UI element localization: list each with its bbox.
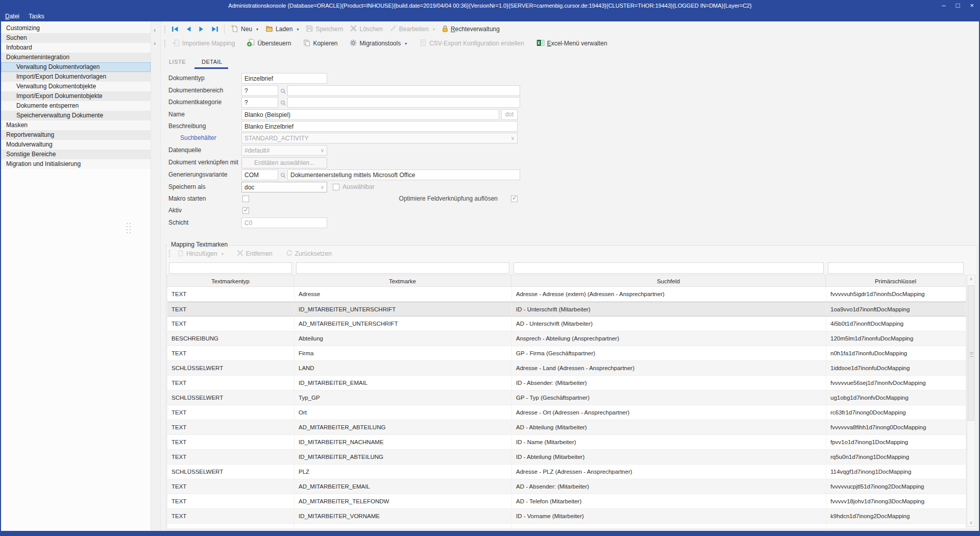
table-row[interactable]: TEXTFirstNameAnsprech - Vorname /Zusatz … xyxy=(167,524,966,528)
sidebar-item-migration-und-initialisierung[interactable]: Migration und Initialisierung xyxy=(1,159,151,169)
table-row[interactable]: TEXTAD_MITARBEITER_ABTEILUNGAD - Abteilu… xyxy=(167,420,966,435)
sidebar-item-suchen[interactable]: Suchen xyxy=(1,33,151,43)
sidebar-item-dokumentenintegration[interactable]: Dokumentenintegration xyxy=(1,53,151,62)
table-row[interactable]: TEXTID_MITARBEITER_NACHNAMEID - Name (Mi… xyxy=(167,435,966,450)
toolbar-grip-icon[interactable] xyxy=(164,25,166,33)
speichern-als-select[interactable]: doc ∨ xyxy=(241,182,327,192)
dropdown-caret-icon[interactable]: ▾ xyxy=(405,41,407,46)
aktiv-checkbox[interactable] xyxy=(242,207,249,214)
sidebar-item-speicherverwaltung-dokumente[interactable]: Speicherverwaltung Dokumente xyxy=(1,111,151,120)
column-filter-input-primärschlüssel[interactable] xyxy=(828,262,964,274)
minimize-button[interactable]: – xyxy=(942,0,945,11)
excel-menü-verwalten-button[interactable]: Excel-Menü verwalten xyxy=(533,38,611,50)
table-row[interactable]: SCHLÜSSELWERTLANDAdresse - Land (Adresse… xyxy=(167,361,966,376)
sidebar-item-reportverwaltung[interactable]: Reportverwaltung xyxy=(1,130,151,140)
splitter-grip-icon[interactable] xyxy=(127,223,133,238)
dropdown-caret-icon[interactable]: ▾ xyxy=(297,27,299,32)
table-row[interactable]: SCHLÜSSELWERTPLZAdresse - PLZ (Adressen … xyxy=(167,465,966,479)
column-filter-input-textmarke[interactable] xyxy=(296,262,509,274)
sidebar-item-customizing[interactable]: Customizing xyxy=(1,23,151,33)
sidebar-item-infoboard[interactable]: Infoboard xyxy=(1,43,151,53)
nav-first-button[interactable] xyxy=(168,25,182,33)
name-input[interactable] xyxy=(241,109,499,120)
generierungsvariante-code-input[interactable] xyxy=(241,169,278,180)
column-header-suchfeld[interactable]: Suchfeld xyxy=(511,275,826,287)
table-row[interactable]: TEXTFirmaGP - Firma (Geschäftspartner)n0… xyxy=(167,346,966,361)
dokumentenbereich-text-input[interactable] xyxy=(287,85,520,96)
lookup-magnifier-icon[interactable] xyxy=(280,87,286,93)
expand-chevron-icon[interactable]: › xyxy=(154,40,156,46)
table-row[interactable]: TEXTID_MITARBEITER_VORNAMEID - Vorname (… xyxy=(167,509,966,524)
sidebar-item-verwaltung-dokumentvorlagen[interactable]: Verwaltung Dokumentvorlagen xyxy=(1,62,151,72)
datenquelle-select[interactable]: #default# ∨ xyxy=(241,145,327,156)
column-header-textmarkentyp[interactable]: Textmarkentyp xyxy=(167,275,294,287)
übersteuern-button[interactable]: Übersteuern xyxy=(243,37,295,50)
sidebar-item-import-export-dokumentobjekte[interactable]: Import/Export Dokumentobjekte xyxy=(1,91,151,101)
table-row[interactable]: TEXTID_MITARBEITER_UNTERSCHRIFTID - Unte… xyxy=(167,302,966,316)
sidebar-item-import-export-dokumentvorlagen[interactable]: Import/Export Dokumentvorlagen xyxy=(1,72,151,82)
sidebar-item-verwaltung-dokumentobjekte[interactable]: Verwaltung Dokumentobjekte xyxy=(1,82,151,91)
table-row[interactable]: TEXTID_MITARBEITER_ABTEILUNGID - Abteilu… xyxy=(167,450,966,465)
hinzufügen-button: Hinzufügen▾ xyxy=(173,248,227,260)
sidebar-item-modulverwaltung[interactable]: Modulverwaltung xyxy=(1,140,151,150)
sidebar-splitter[interactable]: ‹ › xyxy=(151,21,161,531)
sidebar-item-sonstige-bereiche[interactable]: Sonstige Bereiche xyxy=(1,150,151,159)
auswaehlbar-checkbox[interactable] xyxy=(333,184,339,190)
table-row[interactable]: TEXTID_MITARBEITER_EMAILID - Absender: (… xyxy=(167,376,966,391)
sidebar-item-dokumente-entsperren[interactable]: Dokumente entsperren xyxy=(1,101,151,111)
table-row[interactable]: TEXTAdresseAdresse - Adresse (extern) (A… xyxy=(167,287,966,302)
scrollbar-thumb[interactable] xyxy=(968,285,974,421)
column-header-primärschlüssel[interactable]: Primärschlüssel xyxy=(826,275,966,287)
column-filter-input-textmarkentyp[interactable] xyxy=(169,262,292,274)
table-row[interactable]: TEXTAD_MITARBEITER_EMAILAD - Absender: (… xyxy=(167,479,966,494)
maximize-button[interactable]: □ xyxy=(956,0,960,11)
nav-prev-button[interactable] xyxy=(183,25,194,33)
schicht-input[interactable] xyxy=(241,217,327,228)
dokumentkategorie-text-input[interactable] xyxy=(287,97,520,108)
menu-datei[interactable]: Datei xyxy=(5,13,19,20)
table-row[interactable]: SCHLÜSSELWERTTyp_GPGP - Typ (Geschäftspa… xyxy=(167,391,966,405)
dokumentkategorie-code-input[interactable] xyxy=(241,97,278,108)
dokumentenbereich-code-input[interactable] xyxy=(241,85,278,96)
close-button[interactable]: × xyxy=(970,0,974,11)
lookup-magnifier-icon[interactable] xyxy=(280,172,286,178)
table-row[interactable]: TEXTAD_MITARBEITER_UNTERSCHRIFTAD - Unte… xyxy=(167,316,966,331)
dropdown-caret-icon[interactable]: ▾ xyxy=(222,252,224,256)
mapping-toolbar: Hinzufügen▾EntfernenZurücksetzen xyxy=(167,248,335,260)
collapse-chevron-icon[interactable]: ‹ xyxy=(154,27,156,33)
column-filter-input-suchfeld[interactable] xyxy=(513,262,824,274)
nav-next-button[interactable] xyxy=(195,25,207,33)
table-cell: Adresse - PLZ (Adressen - Ansprechpartne… xyxy=(512,465,826,479)
table-cell: AD - Telefon (Mitarbeiter) xyxy=(512,494,826,508)
table-row[interactable]: BESCHREIBUNGAbteilungAnsprech - Abteilun… xyxy=(167,331,966,346)
menu-tasks[interactable]: Tasks xyxy=(29,13,44,20)
neu-button[interactable]: Neu▾ xyxy=(227,23,262,35)
optimiere-checkbox[interactable] xyxy=(511,196,518,202)
lookup-magnifier-icon[interactable] xyxy=(280,99,286,105)
table-scrollbar[interactable]: ∧ ∨ xyxy=(967,275,975,527)
tab-detail[interactable]: DETAIL xyxy=(202,59,223,65)
kopieren-button[interactable]: Kopieren xyxy=(300,38,341,50)
nav-last-button[interactable] xyxy=(208,25,222,33)
toolbar-grip-icon[interactable] xyxy=(164,39,166,47)
makro-starten-checkbox[interactable] xyxy=(242,196,249,202)
button-label: Laden xyxy=(276,26,292,33)
table-row[interactable]: TEXTAD_MITARBEITER_TELEFONDWAD - Telefon… xyxy=(167,494,966,509)
dokumenttyp-input[interactable] xyxy=(241,73,327,84)
sidebar-item-masken[interactable]: Masken xyxy=(1,120,151,130)
scroll-up-icon[interactable]: ∧ xyxy=(967,276,975,281)
table-row[interactable]: TEXTOrtAdresse - Ort (Adressen - Ansprec… xyxy=(167,405,966,420)
beschreibung-input[interactable] xyxy=(241,121,518,132)
dropdown-caret-icon[interactable]: ▾ xyxy=(256,27,258,32)
entitaeten-auswaehlen-button[interactable]: Entitäten auswählen... xyxy=(241,157,327,168)
generierungsvariante-text-input[interactable] xyxy=(287,169,520,180)
scroll-down-icon[interactable]: ∨ xyxy=(967,520,975,525)
rechteverwaltung-button[interactable]: Rechteverwaltung xyxy=(438,23,503,35)
migrationstools-button[interactable]: Migrationstools▾ xyxy=(346,38,410,50)
suchbehaelter-select[interactable]: STANDARD_ACTIVITY ∨ xyxy=(241,133,518,143)
column-header-textmarke[interactable]: Textmarke xyxy=(294,275,511,287)
toolbar-grip-icon[interactable] xyxy=(168,250,170,258)
laden-button[interactable]: Laden▾ xyxy=(262,23,302,35)
tab-liste[interactable]: LISTE xyxy=(169,59,186,65)
dropdown-caret-icon[interactable]: ▾ xyxy=(433,27,435,32)
